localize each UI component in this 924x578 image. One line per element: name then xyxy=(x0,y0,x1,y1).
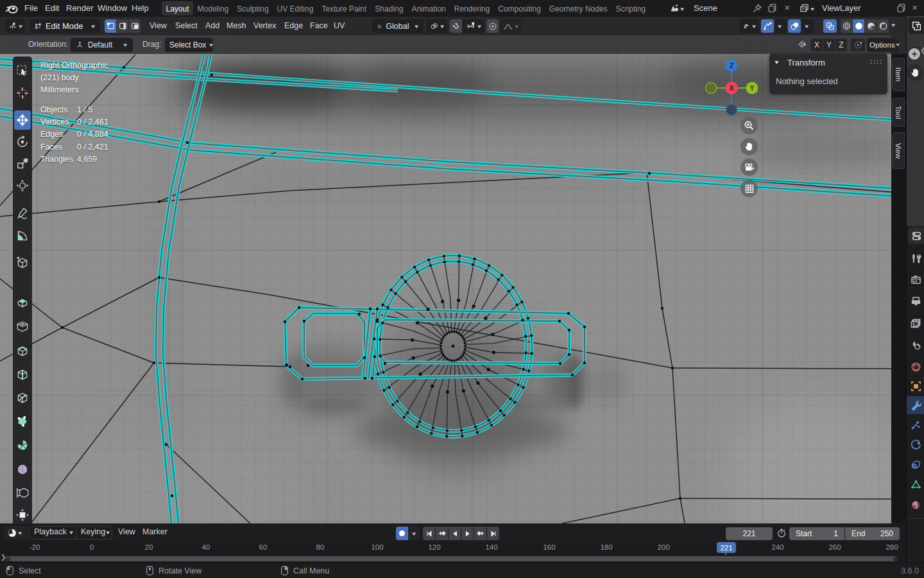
svg-text:Y: Y xyxy=(750,85,755,92)
svg-text:X: X xyxy=(730,85,734,92)
svg-text:Z: Z xyxy=(730,62,733,69)
